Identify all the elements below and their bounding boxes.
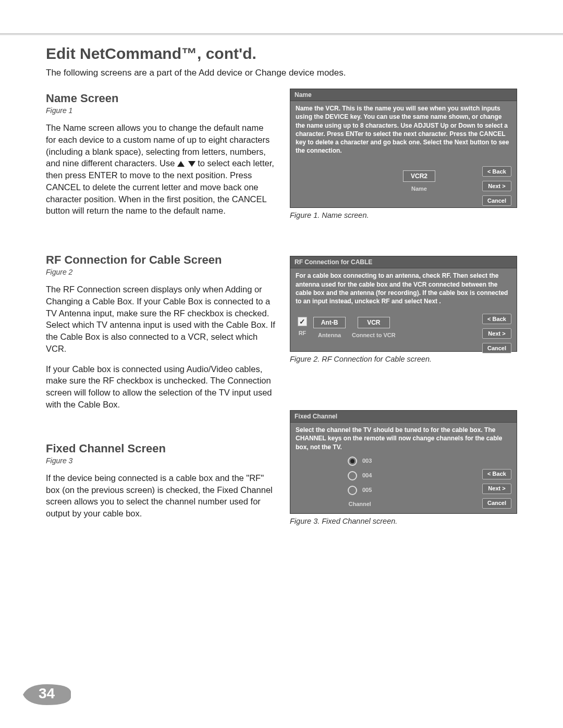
back-button[interactable]: < Back [482,314,511,324]
figure-2-title: RF Connection for CABLE [290,256,517,268]
next-button[interactable]: Next > [482,181,511,191]
next-button[interactable]: Next > [482,484,511,494]
right-column: Name Name the VCR. This is the name you … [290,88,517,537]
figure-2-instructions: For a cable box connecting to an antenna… [290,268,517,306]
figure-1-caption: Figure 1. Name screen. [290,211,517,219]
channel-group-label: Channel [348,500,371,508]
rf-checkbox-label: RF [299,329,307,337]
figure-ref-3: Figure 3 [46,456,275,465]
figure-ref-1: Figure 1 [46,106,275,115]
connect-vcr-select[interactable]: VCR [358,317,390,328]
back-button[interactable]: < Back [482,166,511,177]
figure-ref-2: Figure 2 [46,268,275,276]
para-rf-1: The RF Connection screen displays only w… [46,283,275,355]
triangle-down-icon [188,161,195,167]
figure-1-dialog: Name Name the VCR. This is the name you … [290,89,517,208]
figure-1-title: Name [290,89,517,101]
heading-name-screen: Name Screen [46,92,275,105]
section-fixed-screen: Fixed Channel Screen Figure 3 If the dev… [46,442,275,520]
figure-3-instructions: Select the channel the TV should be tune… [290,423,517,452]
channel-option-1: 004 [362,472,372,479]
figure-2-block: RF Connection for CABLE For a cable box … [290,256,517,363]
figure-1-instructions: Name the VCR. This is the name you will … [290,101,517,156]
figure-2-dialog: RF Connection for CABLE For a cable box … [290,256,517,352]
antenna-select[interactable]: Ant-B [313,317,346,328]
figure-3-block: Fixed Channel Select the channel the TV … [290,410,517,525]
back-button[interactable]: < Back [482,469,511,479]
channel-option-0: 003 [362,457,372,465]
left-column: Name Screen Figure 1 The Name screen all… [46,88,275,537]
channel-option-2: 005 [362,486,372,494]
page-title: Edit NetCommand™, cont'd. [46,45,517,63]
figure-3-title: Fixed Channel [290,411,517,423]
rf-checkbox[interactable]: ✓ [298,317,307,326]
figure-1-block: Name Name the VCR. This is the name you … [290,89,517,219]
next-button[interactable]: Next > [482,328,511,339]
channel-radio-005[interactable] [348,486,357,495]
triangle-up-icon [177,161,185,167]
cancel-button[interactable]: Cancel [482,498,511,509]
heading-fixed-screen: Fixed Channel Screen [46,442,275,455]
cancel-button[interactable]: Cancel [482,195,511,206]
section-rf-screen: RF Connection for Cable Screen Figure 2 … [46,253,275,411]
figure-3-caption: Figure 3. Fixed Channel screen. [290,517,517,525]
page-number: 34 [39,685,55,702]
page-number-badge: 34 [23,683,71,706]
para-name-screen: The Name screen allows you to change the… [46,122,275,217]
channel-radio-003[interactable] [348,456,357,466]
antenna-label: Antenna [318,331,341,339]
page-intro: The following screens are a part of the … [46,68,517,78]
para-fixed-1: If the device being connected is a cable… [46,472,275,520]
figure-2-caption: Figure 2. RF Connection for Cable screen… [290,355,517,363]
connect-vcr-label: Connect to VCR [352,331,396,339]
figure-3-dialog: Fixed Channel Select the channel the TV … [290,410,517,514]
para-rf-2: If your Cable box is connected using Aud… [46,363,275,411]
page-content: Edit NetCommand™, cont'd. The following … [46,45,517,537]
name-input-label: Name [411,185,427,193]
cancel-button[interactable]: Cancel [482,343,511,353]
header-rule [0,33,563,35]
channel-radio-004[interactable] [348,471,357,480]
name-input-value[interactable]: VCR2 [403,170,435,182]
section-name-screen: Name Screen Figure 1 The Name screen all… [46,92,275,217]
heading-rf-screen: RF Connection for Cable Screen [46,253,275,267]
